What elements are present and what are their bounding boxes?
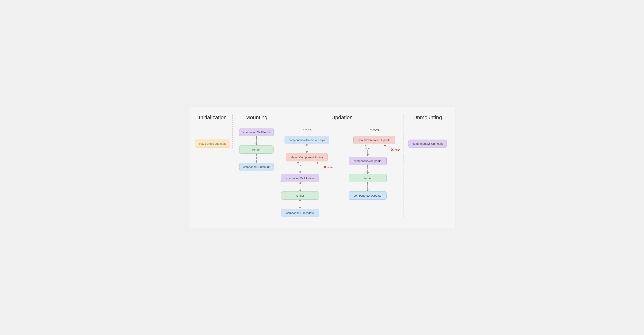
branch-true-states: true componentWillUpdate render [348, 147, 387, 200]
dot [367, 165, 368, 166]
section-unmounting: Unmounting componentWillUnmount [404, 114, 451, 148]
arrow-down [299, 207, 301, 209]
arrow-down [306, 151, 308, 153]
mounting-flow: componentWillMount render componentDidMo… [233, 128, 280, 171]
should-component-update-states: shouldComponentUpdate [353, 136, 395, 144]
arrow-line [256, 155, 256, 161]
props-column: props componentWillReceiveProps shouldCo… [280, 128, 334, 217]
updation-title: Updation [331, 114, 352, 120]
false-block-props: ✕ false [323, 165, 333, 170]
arrow-line [300, 184, 300, 190]
x-mark-states: ✕ [390, 148, 394, 152]
dot [300, 182, 301, 184]
dot-green-states [365, 145, 366, 146]
section-mounting: Mounting componentWillMount render compo… [233, 114, 280, 171]
x-mark-props: ✕ [323, 165, 326, 170]
should-component-update-props: shouldComponentUpdate [286, 153, 328, 162]
connector-p4 [299, 200, 301, 209]
component-will-unmount: componentWillUnmount [408, 140, 447, 148]
init-node: setup props and state [195, 140, 230, 148]
component-did-mount: componentDidMount [239, 163, 274, 171]
arrow-line [368, 184, 368, 190]
branch-true-props: true componentWillUpdate render [281, 164, 319, 217]
section-initialization: Initialization setup props and state [193, 114, 233, 148]
dot-red-states [384, 145, 386, 146]
arrow-line [256, 138, 256, 144]
component-will-update-props: componentWillUpdate [281, 174, 319, 182]
render-mounting: render [239, 146, 274, 154]
props-subtitle: props [302, 128, 311, 132]
arrow-down [299, 172, 301, 174]
section-updation: Updation props componentWillReceiveProps… [280, 114, 404, 217]
false-label-props: false [328, 166, 333, 169]
dot [256, 136, 257, 138]
dot [306, 144, 308, 146]
dot [367, 182, 368, 184]
states-column: states shouldComponentUpdate true [345, 128, 404, 200]
render-states: render [348, 174, 387, 182]
component-will-receive-props: componentWillReceiveProps [284, 136, 329, 144]
component-did-update-props: componentDidUpdate [281, 209, 319, 217]
arrow-down [299, 190, 301, 192]
arrow-line [300, 201, 300, 207]
dot [300, 200, 301, 201]
arrow-down [255, 161, 258, 163]
arrow-down [366, 190, 369, 192]
arrow-down [255, 144, 258, 146]
arrow-line [368, 150, 368, 154]
connector-s3 [366, 165, 369, 174]
dot-red-props [317, 162, 318, 164]
states-subtitle: states [370, 128, 379, 132]
init-title: Initialization [199, 114, 226, 120]
false-label-states: false [395, 148, 400, 151]
arrow-down [366, 154, 369, 156]
branch-false-states: ✕ false [390, 147, 400, 152]
branch-false-props: ✕ false [323, 164, 333, 170]
dot [256, 154, 257, 155]
true-label-props: true [298, 164, 302, 167]
true-label-states: true [365, 147, 370, 150]
updation-inner: props componentWillReceiveProps shouldCo… [280, 128, 404, 217]
component-did-update-states: componentDidUpdate [348, 192, 387, 200]
connector-s4 [366, 182, 369, 192]
lifecycle-diagram: Initialization setup props and state Mou… [189, 107, 455, 228]
render-props: render [281, 192, 319, 200]
arrow-line [368, 166, 368, 172]
branch-row-props: true componentWillUpdate render [280, 164, 334, 217]
dot-green-props [297, 162, 299, 164]
connector-p1 [306, 144, 308, 153]
connector-2 [255, 154, 258, 163]
false-block-states: ✕ false [390, 148, 400, 152]
arrow-line [300, 168, 300, 172]
unmounting-title: Unmounting [413, 114, 442, 120]
mounting-title: Mounting [246, 114, 268, 120]
component-will-mount: componentWillMount [239, 128, 274, 136]
connector-1 [255, 136, 258, 146]
connector-p3 [299, 182, 301, 192]
component-will-update-states: componentWillUpdate [348, 157, 387, 165]
arrow-down [366, 172, 369, 174]
branch-row-states: true componentWillUpdate render [345, 147, 404, 200]
arrow-line [306, 146, 307, 151]
